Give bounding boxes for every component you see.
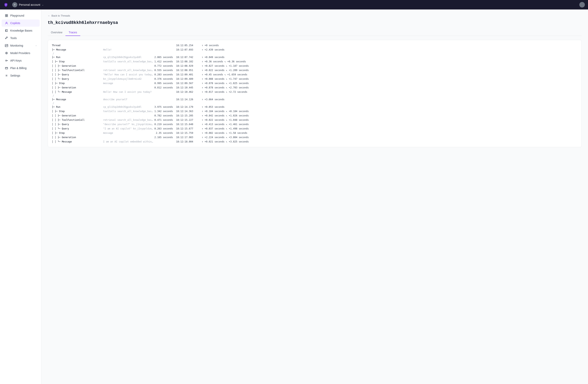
svg-point-8 <box>5 60 7 61</box>
sidebar-item-api-keys[interactable]: API Keys <box>1 57 40 64</box>
playground-icon <box>5 14 8 17</box>
trace-row: │ ├─ Step message 0.995 seconds 18:12:09… <box>52 81 578 86</box>
svg-point-4 <box>6 22 7 23</box>
svg-rect-9 <box>5 67 8 69</box>
trace-row: │ ├─ Step toolCalls search_all_knowledge… <box>52 59 578 64</box>
trace-row: │ │ ├─ Generation 0.812 seconds 18:12:10… <box>52 86 578 90</box>
app-layout: Playground Copilots Knowledge Bases <box>0 9 588 384</box>
sidebar-item-label: Playground <box>10 14 24 17</box>
tools-icon <box>5 36 8 40</box>
sidebar-item-model-providers[interactable]: Model Providers <box>1 49 40 57</box>
trace-row: │ │ ├─ ToolFunctionCall retrieval search… <box>52 118 578 122</box>
sidebar-item-monitoring[interactable]: Monitoring › <box>1 42 40 49</box>
settings-icon <box>5 74 8 77</box>
trace-row: ├─ Message Hello! 18:12:07.693 ↑ +2.439 … <box>52 47 578 52</box>
back-link-label: Back to Threads <box>51 14 70 17</box>
svg-point-10 <box>6 75 7 76</box>
account-icon: P <box>12 2 17 7</box>
sidebar-item-label: Settings <box>10 74 20 77</box>
tab-bar: Overview Traces <box>48 29 582 36</box>
billing-icon <box>5 66 8 70</box>
trace-row: / <box>52 102 578 105</box>
api-keys-icon <box>5 59 8 62</box>
sidebar-item-settings[interactable]: Settings <box>1 72 40 79</box>
sidebar-item-label: Plan & Billing <box>10 67 27 70</box>
trace-row: │ │ └─ Message Hello! How can I assist y… <box>52 90 578 94</box>
traces-panel: Thread 18:12:05.254 ↑ +0 seconds ├─ Mess… <box>48 40 582 147</box>
svg-rect-1 <box>7 14 8 15</box>
tab-overview[interactable]: Overview <box>48 29 65 36</box>
sidebar-item-label: Monitoring <box>10 44 23 47</box>
trace-row: │ │ └─ Query kn_j1nyqnldzmuyajlkm0rmixd2… <box>52 77 578 81</box>
copilots-icon <box>5 21 8 25</box>
trace-row: │ ├─ Step toolCalls search_all_knowledge… <box>52 109 578 113</box>
trace-row: │ │ ├─ Query "Hello! How can I assist yo… <box>52 72 578 77</box>
svg-point-7 <box>6 53 7 53</box>
sidebar-item-label: Model Providers <box>10 51 30 55</box>
sidebar-item-playground[interactable]: Playground <box>1 12 40 19</box>
trace-row: / <box>52 94 578 97</box>
trace-row: Thread 18:12:05.254 ↑ +0 seconds <box>52 43 578 47</box>
sidebar-item-copilots[interactable]: Copilots <box>1 20 40 27</box>
back-arrow-icon: ← <box>48 14 50 17</box>
trace-row: │ │ ├─ Generation 0.772 seconds 18:12:08… <box>52 64 578 68</box>
sidebar-item-label: Knowledge Bases <box>10 29 32 32</box>
trace-row: / <box>52 52 578 55</box>
sidebar: Playground Copilots Knowledge Bases <box>0 9 42 384</box>
page-title: th_kcivud8kkh6lehxrrnaebysa <box>48 20 582 25</box>
trace-row: │ │ └─ Message I am an AI copilot embedd… <box>52 139 578 144</box>
account-name: Personal account <box>19 3 40 6</box>
trace-row: ├─ Run cp_ql115qib9dn35gpxks3yub9l 3.975… <box>52 105 578 109</box>
trace-row: │ ├─ Step message 2.35 seconds 18:12:15.… <box>52 131 578 135</box>
svg-rect-3 <box>7 16 8 17</box>
user-avatar[interactable] <box>579 2 585 7</box>
account-switcher[interactable]: P Personal account ⌄ <box>11 1 45 8</box>
svg-rect-0 <box>5 14 6 15</box>
monitoring-icon <box>5 44 8 47</box>
back-to-threads-link[interactable]: ← Back to Threads <box>48 14 70 17</box>
trace-row: │ │ ├─ Query "describe yourself" kn_j1ny… <box>52 122 578 127</box>
sidebar-item-label: Copilots <box>10 22 20 25</box>
topbar: P Personal account ⌄ <box>0 0 588 9</box>
trace-row: ├─ Message describe yourself 18:12:14.12… <box>52 97 578 102</box>
trace-row: │ │ └─ Query "I am an AI copilot" kn_j1n… <box>52 127 578 131</box>
sidebar-item-tools[interactable]: Tools <box>1 35 40 42</box>
tab-traces[interactable]: Traces <box>65 29 80 36</box>
app-logo <box>3 2 9 7</box>
monitoring-chevron-icon: › <box>36 44 37 47</box>
main-content: ← Back to Threads th_kcivud8kkh6lehxrrna… <box>42 9 588 384</box>
model-providers-icon <box>5 51 8 55</box>
svg-point-6 <box>5 52 7 54</box>
account-chevron-icon: ⌄ <box>42 3 44 6</box>
trace-row: ├─ Run cp_ql115qib9dn35gpxks3yub9l 2.865… <box>52 55 578 59</box>
sidebar-item-label: Tools <box>10 37 17 40</box>
trace-row: │ │ ├─ ToolFunctionCall retrieval search… <box>52 68 578 72</box>
sidebar-item-knowledge-bases[interactable]: Knowledge Bases <box>1 27 40 34</box>
traces-table: Thread 18:12:05.254 ↑ +0 seconds ├─ Mess… <box>52 43 578 144</box>
sidebar-item-label: API Keys <box>10 59 22 62</box>
sidebar-item-plan-billing[interactable]: Plan & Billing <box>1 65 40 72</box>
trace-row: │ │ ├─ Generation 2.165 seconds 18:12:17… <box>52 135 578 139</box>
knowledge-icon <box>5 29 8 32</box>
svg-rect-2 <box>5 16 6 17</box>
trace-row: │ │ ├─ Generation 0.782 seconds 18:12:15… <box>52 113 578 118</box>
